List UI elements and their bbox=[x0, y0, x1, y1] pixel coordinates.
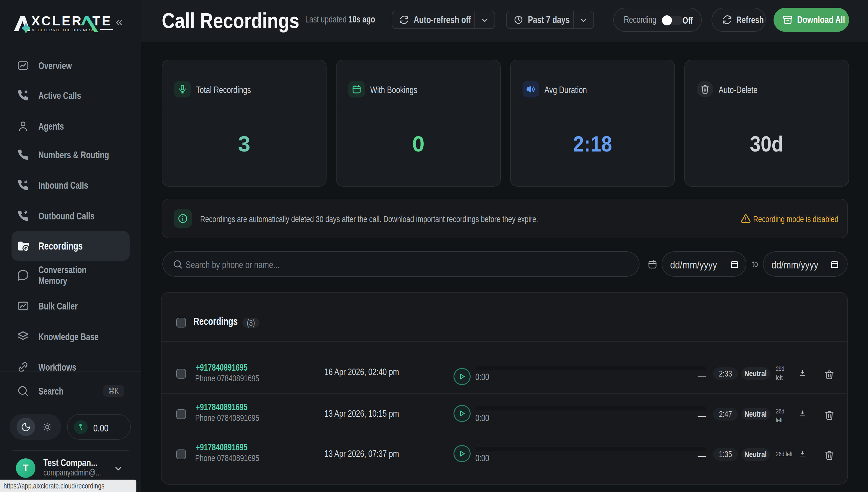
svg-text:XCLER: XCLER bbox=[31, 14, 83, 28]
svg-text:TE: TE bbox=[93, 14, 112, 28]
svg-text:ACCELERATE THE BUSINESS: ACCELERATE THE BUSINESS bbox=[32, 28, 95, 32]
